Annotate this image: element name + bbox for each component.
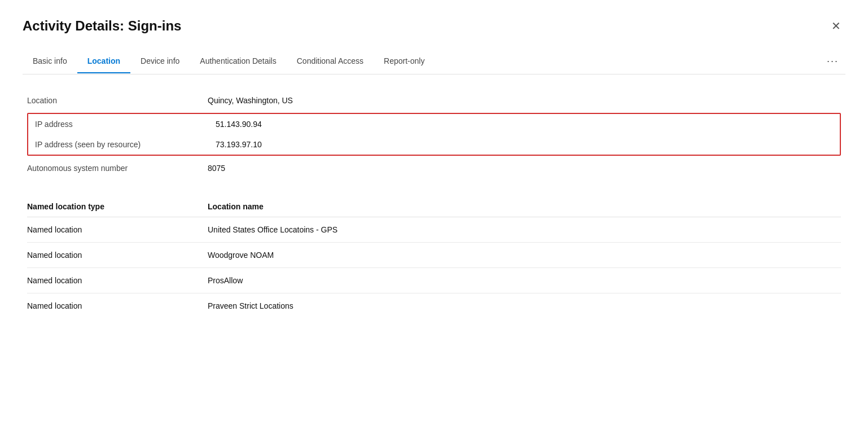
table-row: Named locationPraveen Strict Locations	[27, 293, 841, 319]
activity-details-panel: Activity Details: Sign-ins ✕ Basic info …	[0, 0, 868, 430]
autonomous-number-label: Autonomous system number	[27, 164, 208, 173]
named-location-name: United States Office Locatoins - GPS	[208, 217, 841, 243]
table-row: Named locationProsAllow	[27, 268, 841, 293]
ip-address-label: IP address	[35, 120, 216, 129]
col-header-name: Location name	[208, 196, 841, 217]
autonomous-number-value: 8075	[208, 164, 225, 173]
named-location-name: Woodgrove NOAM	[208, 243, 841, 268]
panel-title: Activity Details: Sign-ins	[23, 18, 181, 34]
autonomous-number-row: Autonomous system number 8075	[27, 158, 841, 178]
ip-highlight-box: IP address 51.143.90.94 IP address (seen…	[27, 113, 841, 156]
table-row: Named locationUnited States Office Locat…	[27, 217, 841, 243]
close-button[interactable]: ✕	[827, 18, 845, 34]
named-location-type: Named location	[27, 243, 208, 268]
tab-device-info[interactable]: Device info	[130, 51, 190, 73]
tab-authentication-details[interactable]: Authentication Details	[190, 51, 286, 73]
tab-location[interactable]: Location	[77, 51, 130, 73]
tab-conditional-access[interactable]: Conditional Access	[287, 51, 374, 73]
more-tabs-button[interactable]: ···	[820, 50, 845, 74]
named-location-name: Praveen Strict Locations	[208, 293, 841, 319]
ip-address-resource-row: IP address (seen by resource) 73.193.97.…	[28, 134, 840, 155]
named-location-type: Named location	[27, 217, 208, 243]
ip-address-resource-label: IP address (seen by resource)	[35, 140, 216, 149]
col-header-type: Named location type	[27, 196, 208, 217]
ip-address-row: IP address 51.143.90.94	[28, 114, 840, 134]
ip-address-value: 51.143.90.94	[216, 120, 262, 129]
tab-basic-info[interactable]: Basic info	[23, 51, 77, 73]
named-location-type: Named location	[27, 293, 208, 319]
panel-header: Activity Details: Sign-ins ✕	[23, 18, 845, 34]
ip-address-resource-value: 73.193.97.10	[216, 140, 262, 149]
location-row: Location Quincy, Washington, US	[27, 90, 841, 111]
location-value: Quincy, Washington, US	[208, 96, 293, 105]
named-location-table: Named location type Location name Named …	[27, 196, 841, 318]
named-location-type: Named location	[27, 268, 208, 293]
tab-report-only[interactable]: Report-only	[374, 51, 435, 73]
named-location-name: ProsAllow	[208, 268, 841, 293]
location-label: Location	[27, 96, 208, 105]
tab-bar: Basic info Location Device info Authenti…	[23, 50, 845, 74]
table-row: Named locationWoodgrove NOAM	[27, 243, 841, 268]
tab-content: Location Quincy, Washington, US IP addre…	[23, 90, 845, 318]
